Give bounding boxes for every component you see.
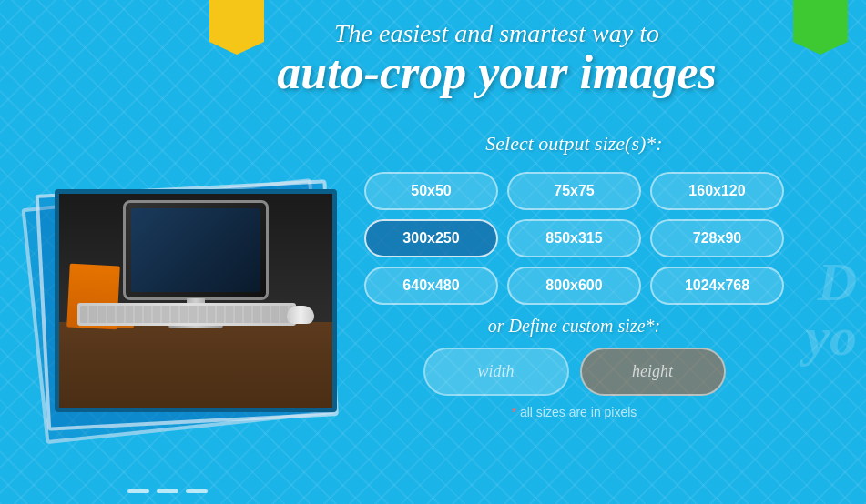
size-buttons-grid: 50x50 75x75 160x120 300x250 850x315 728x… — [364, 172, 784, 305]
desk-surface — [59, 322, 332, 408]
height-input[interactable] — [580, 348, 726, 396]
page-dot-3[interactable] — [186, 489, 208, 493]
pixel-note: * all sizes are in pixels — [364, 405, 784, 419]
pagination — [127, 489, 208, 493]
size-btn-300x250[interactable]: 300x250 — [364, 219, 498, 257]
size-btn-160x120[interactable]: 160x120 — [650, 172, 784, 210]
size-btn-640x480[interactable]: 640x480 — [364, 267, 498, 305]
size-btn-1024x768[interactable]: 1024x768 — [650, 267, 784, 305]
custom-inputs-row — [364, 348, 784, 396]
size-btn-75x75[interactable]: 75x75 — [507, 172, 641, 210]
desk-scene — [59, 194, 332, 408]
custom-label: or Define custom size*: — [364, 316, 784, 337]
size-btn-800x600[interactable]: 800x600 — [507, 267, 641, 305]
size-btn-50x50[interactable]: 50x50 — [364, 172, 498, 210]
right-decorative-text: Dyo — [805, 255, 857, 364]
imac-screen-inner — [131, 208, 260, 292]
size-btn-850x315[interactable]: 850x315 — [507, 219, 641, 257]
select-label: Select output size(s)*: — [364, 132, 784, 156]
imac-screen — [123, 200, 269, 300]
page-dot-1[interactable] — [127, 489, 149, 493]
keyboard-keys — [80, 306, 293, 323]
mouse — [287, 306, 314, 324]
hero-section: The easiest and smartest way to auto-cro… — [219, 18, 775, 96]
keyboard — [77, 303, 296, 326]
page-dot-2[interactable] — [157, 489, 178, 493]
frame-main — [55, 189, 337, 412]
image-preview-container — [18, 141, 373, 459]
hero-title: auto-crop your images — [219, 49, 775, 96]
main-content: Select output size(s)*: 50x50 75x75 160x… — [364, 132, 784, 419]
width-input[interactable] — [423, 348, 569, 396]
note-text: all sizes are in pixels — [516, 405, 637, 419]
size-btn-728x90[interactable]: 728x90 — [650, 219, 784, 257]
hero-tagline: The easiest and smartest way to — [219, 18, 775, 49]
